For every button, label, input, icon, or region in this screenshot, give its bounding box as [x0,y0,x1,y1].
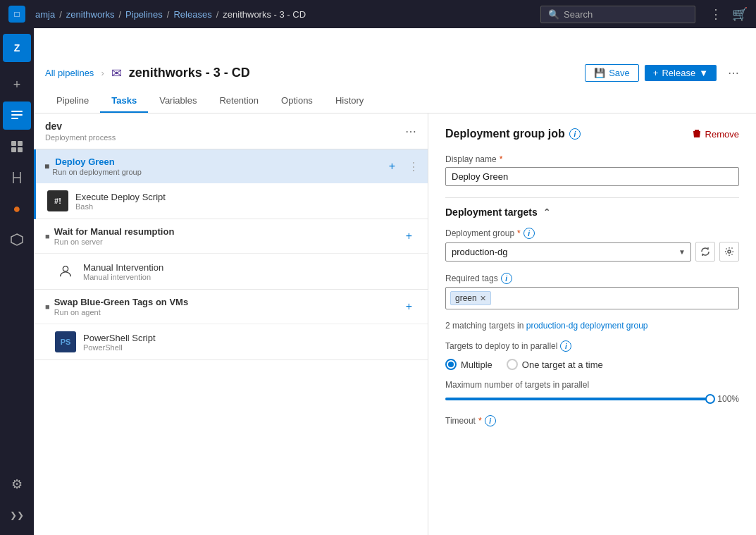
svg-rect-0 [11,111,23,112]
deployment-group-info-icon[interactable]: i [569,128,581,140]
radio-group: Multiple One target at a time [445,359,739,370]
swap-header: ■ Swap Blue-Green Tags on VMs Run on age… [45,297,416,316]
breadcrumb-current: zenithworks - 3 - CD [223,9,306,20]
cart-icon[interactable]: 🛒 [732,6,748,22]
task-item-manual-intervention[interactable]: Manual Intervention Manual intervention [34,254,428,290]
search-bar[interactable]: 🔍 Search [540,6,695,23]
max-targets-field: Maximum number of targets in parallel 10… [445,380,739,404]
release-button[interactable]: + Release ▼ [645,65,717,81]
rail-repos[interactable] [3,164,31,192]
svg-rect-1 [11,114,23,116]
tab-retention[interactable]: Retention [208,90,270,113]
required-tags-info[interactable]: i [501,273,512,284]
max-targets-label: Maximum number of targets in parallel [445,380,739,390]
slider-row: 100% [445,394,739,404]
slider-track [445,398,710,400]
rail-boards[interactable] [3,133,31,161]
task-item-powershell[interactable]: PS PowerShell Script PowerShell [34,324,428,360]
search-placeholder: Search [564,9,593,20]
svg-rect-6 [18,147,23,152]
grid-icon[interactable]: ⋮ [709,6,722,22]
chevron-down-icon: ▼ [699,68,708,78]
chevron-up-icon[interactable]: ⌃ [543,207,550,217]
rail-plus[interactable]: + [3,70,31,99]
save-button[interactable]: 💾 Save [585,64,639,82]
section-wait-manual[interactable]: ■ Wait for Manual resumption Run on serv… [34,219,428,254]
more-options-button[interactable]: ⋯ [722,63,745,82]
timeout-label: Timeout * i [445,415,739,426]
required-tags-field: Required tags i green ✕ [445,273,739,309]
breadcrumb: amja / zenithworks / Pipelines / Release… [35,9,306,20]
stage-sub: Deployment process [45,133,116,142]
topbar-right: ⋮ 🛒 [709,6,748,22]
rail-pipelines[interactable] [3,102,31,130]
wait-add-button[interactable]: + [402,228,416,244]
tab-tasks[interactable]: Tasks [100,90,148,113]
svg-point-7 [63,266,68,271]
refresh-button[interactable] [695,242,715,262]
right-panel: Deployment group job i Remove Display na… [428,113,756,535]
timeout-info-icon[interactable]: i [485,415,496,426]
tab-variables[interactable]: Variables [148,90,208,113]
tag-chip-green: green ✕ [450,291,491,305]
pipeline-header: All pipelines › ✉ zenithworks - 3 - CD 💾… [34,56,756,113]
deployment-group-icon: ■ [44,161,49,171]
save-icon: 💾 [594,68,605,78]
slider-value: 100% [717,394,739,404]
matching-targets-link[interactable]: production-dg deployment group [526,321,648,331]
radio-one-at-a-time[interactable]: One target at a time [507,359,603,370]
deployment-group-select-wrapper: production-dg staging-dg dev-dg ▼ [445,242,691,262]
deployment-group-field-info[interactable]: i [523,228,535,239]
targets-parallel-info[interactable]: i [560,340,571,352]
pipeline-icon: ✉ [111,66,122,81]
breadcrumb-amja[interactable]: amja [35,9,55,20]
all-pipelines-link[interactable]: All pipelines [45,68,94,78]
display-name-label: Display name * [445,154,739,164]
slider-thumb[interactable] [705,394,715,404]
deployment-targets-title: Deployment targets ⌃ [445,207,739,218]
deployment-group-select-row: production-dg staging-dg dev-dg ▼ [445,242,739,262]
rail-artifacts[interactable] [3,226,31,254]
task-group-sub: Run on deployment group [52,168,142,176]
tab-options[interactable]: Options [270,90,324,113]
breadcrumb-zenithworks[interactable]: zenithworks [66,9,115,20]
task-group-header[interactable]: ■ Deploy Green Run on deployment group +… [36,149,428,183]
stage-name: dev [45,121,116,132]
radio-one-circle [507,359,518,370]
remove-button[interactable]: Remove [691,128,739,140]
deployment-group-field: Deployment group * i production-dg stagi… [445,228,739,262]
deployment-group-select[interactable]: production-dg staging-dg dev-dg [445,242,691,262]
rail-logo[interactable]: Z [3,34,31,62]
search-icon: 🔍 [548,9,559,20]
display-name-input[interactable] [445,167,739,186]
task-item-execute-deploy[interactable]: #! Execute Deploy Script Bash [36,183,428,219]
pipeline-title-row: All pipelines › ✉ zenithworks - 3 - CD 💾… [45,63,745,82]
radio-multiple[interactable]: Multiple [445,359,492,370]
stage-more-button[interactable]: ⋯ [405,125,416,138]
azure-logo: □ [8,6,25,23]
topbar: □ amja / zenithworks / Pipelines / Relea… [0,0,756,28]
section-swap-blue-green[interactable]: ■ Swap Blue-Green Tags on VMs Run on age… [34,290,428,324]
task-group-actions: + ⋮ [385,159,419,174]
tab-pipeline[interactable]: Pipeline [45,90,100,113]
settings-button[interactable] [719,242,739,262]
breadcrumb-pipelines[interactable]: Pipelines [125,9,163,20]
tab-history[interactable]: History [324,90,375,113]
tag-remove-icon[interactable]: ✕ [480,294,486,303]
person-icon [55,261,76,282]
rail-expand[interactable]: ❯❯ [3,501,31,529]
powershell-icon: PS [55,331,76,352]
drag-handle[interactable]: ⋮ [408,160,419,173]
breadcrumb-releases[interactable]: Releases [173,9,211,20]
rail-settings[interactable]: ⚙ [3,470,31,498]
wait-manual-header: ■ Wait for Manual resumption Run on serv… [45,226,416,246]
plus-icon: + [653,68,659,78]
tags-input[interactable]: green ✕ [445,287,739,309]
svg-rect-4 [18,141,23,146]
swap-add-button[interactable]: + [402,299,416,314]
task-group-add-button[interactable]: + [385,159,399,174]
main-wrapper: All pipelines › ✉ zenithworks - 3 - CD 💾… [34,56,756,535]
deployment-group-label: Deployment group * i [445,228,739,239]
display-name-field: Display name * [445,154,739,186]
rail-testplans[interactable]: ● [3,195,31,223]
